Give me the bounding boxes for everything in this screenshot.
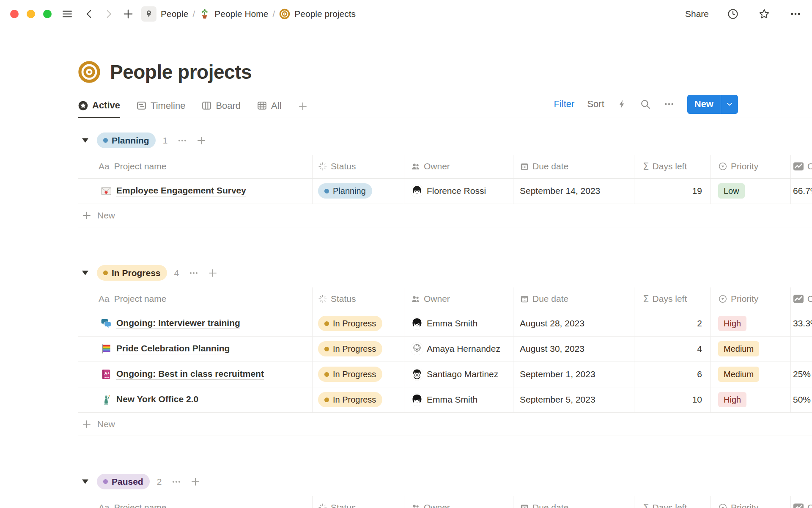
tab-all[interactable]: All (257, 100, 281, 118)
group-status-pill[interactable]: Planning (97, 133, 156, 148)
project-name-link[interactable]: New York Office 2.0 (116, 394, 198, 405)
share-button[interactable]: Share (685, 9, 709, 19)
completion-cell[interactable]: 33.3% (791, 311, 812, 336)
status-cell[interactable]: Planning (313, 179, 404, 204)
updates-button[interactable] (726, 7, 740, 21)
priority-cell[interactable]: Medium (710, 337, 791, 362)
owner-cell[interactable]: Santiago Martinez (404, 362, 513, 387)
back-button[interactable] (82, 7, 96, 21)
table-row[interactable]: A+ Ongoing: Best in class recruitment In… (78, 362, 812, 387)
filter-button[interactable]: Filter (554, 99, 575, 110)
collapse-triangle-icon[interactable] (82, 138, 89, 143)
completion-cell[interactable]: 50% (791, 387, 812, 412)
column-header-due-date[interactable]: Due date (513, 287, 634, 311)
priority-cell[interactable]: Medium (710, 362, 791, 387)
column-header-priority[interactable]: Priority (710, 287, 791, 311)
owner-cell[interactable]: Emma Smith (404, 387, 513, 412)
completion-cell[interactable]: 25% (791, 362, 812, 387)
add-row-button[interactable]: New (78, 204, 812, 227)
page-title[interactable]: People projects (110, 61, 252, 83)
status-cell[interactable]: In Progress (313, 362, 404, 387)
column-header-status[interactable]: Status (313, 496, 404, 508)
due-date-cell[interactable]: September 1, 2023 (513, 362, 634, 387)
status-cell[interactable]: In Progress (313, 387, 404, 412)
project-name-link[interactable]: Ongoing: Best in class recruitment (116, 369, 264, 380)
column-header-days-left[interactable]: ΣDays left (634, 287, 710, 311)
project-name-cell[interactable]: Ongoing: Interviewer training (78, 311, 313, 336)
project-name-cell[interactable]: New York Office 2.0 (78, 387, 313, 412)
new-page-button[interactable] (121, 7, 135, 21)
owner-cell[interactable]: Emma Smith (404, 311, 513, 336)
due-date-cell[interactable]: September 14, 2023 (513, 179, 634, 204)
group-options-button[interactable] (189, 268, 199, 278)
table-row[interactable]: New York Office 2.0 In Progress Emma Smi… (78, 387, 812, 413)
favorite-button[interactable] (757, 7, 771, 21)
column-header-status[interactable]: Status (313, 155, 404, 178)
owner-cell[interactable]: Florence Rossi (404, 179, 513, 204)
column-header-project-name[interactable]: AaProject name (78, 287, 313, 311)
project-name-cell[interactable]: A+ Ongoing: Best in class recruitment (78, 362, 313, 387)
forward-button[interactable] (102, 7, 116, 21)
automations-button[interactable] (617, 99, 627, 109)
search-button[interactable] (640, 99, 651, 110)
sort-button[interactable]: Sort (587, 99, 604, 110)
group-add-button[interactable] (208, 268, 218, 278)
column-header-priority[interactable]: Priority (710, 155, 791, 178)
add-view-button[interactable] (298, 101, 308, 118)
tab-active[interactable]: Active (78, 100, 120, 118)
status-cell[interactable]: In Progress (313, 311, 404, 336)
tab-timeline[interactable]: Timeline (136, 100, 185, 118)
project-name-cell[interactable]: Employee Engagement Survey (78, 179, 313, 204)
add-row-button[interactable]: New (78, 413, 812, 436)
completion-cell[interactable] (791, 337, 812, 362)
tab-board[interactable]: Board (201, 100, 241, 118)
collapse-triangle-icon[interactable] (82, 479, 89, 484)
group-add-button[interactable] (190, 477, 200, 487)
priority-cell[interactable]: High (710, 387, 791, 412)
more-options-button[interactable] (788, 7, 803, 21)
column-header-owner[interactable]: Owner (404, 287, 513, 311)
group-status-pill[interactable]: In Progress (97, 265, 167, 281)
group-status-pill[interactable]: Paused (97, 474, 150, 489)
completion-cell[interactable]: 66.7% (791, 179, 812, 204)
column-header-completion[interactable]: C (791, 155, 812, 178)
column-header-priority[interactable]: Priority (710, 496, 791, 508)
days-left-cell[interactable]: 2 (634, 311, 710, 336)
column-header-days-left[interactable]: ΣDays left (634, 496, 710, 508)
project-name-link[interactable]: Pride Celebration Planning (116, 343, 230, 354)
column-header-completion[interactable]: C (791, 287, 812, 311)
project-name-cell[interactable]: Pride Celebration Planning (78, 337, 313, 362)
days-left-cell[interactable]: 6 (634, 362, 710, 387)
minimize-window-button[interactable] (27, 10, 35, 18)
days-left-cell[interactable]: 10 (634, 387, 710, 412)
column-header-due-date[interactable]: Due date (513, 496, 634, 508)
column-header-due-date[interactable]: Due date (513, 155, 634, 178)
table-row[interactable]: Pride Celebration Planning In Progress A… (78, 337, 812, 362)
group-add-button[interactable] (196, 135, 206, 146)
priority-cell[interactable]: High (710, 311, 791, 336)
due-date-cell[interactable]: August 30, 2023 (513, 337, 634, 362)
column-header-status[interactable]: Status (313, 287, 404, 311)
view-options-button[interactable] (664, 99, 675, 110)
project-name-link[interactable]: Employee Engagement Survey (116, 185, 246, 196)
sidebar-menu-button[interactable] (60, 7, 74, 21)
column-header-project-name[interactable]: AaProject name (78, 496, 313, 508)
column-header-owner[interactable]: Owner (404, 155, 513, 178)
column-header-project-name[interactable]: AaProject name (78, 155, 313, 178)
target-icon[interactable] (78, 61, 101, 83)
collapse-triangle-icon[interactable] (82, 270, 89, 276)
due-date-cell[interactable]: August 28, 2023 (513, 311, 634, 336)
owner-cell[interactable]: Amaya Hernandez (404, 337, 513, 362)
column-header-completion[interactable]: C (791, 496, 812, 508)
breadcrumb-item-people-projects[interactable]: People projects (279, 8, 356, 19)
table-row[interactable]: Employee Engagement Survey Planning Flor… (78, 179, 812, 204)
table-row[interactable]: Ongoing: Interviewer training In Progres… (78, 311, 812, 337)
due-date-cell[interactable]: September 5, 2023 (513, 387, 634, 412)
close-window-button[interactable] (10, 10, 19, 18)
new-dropdown-button[interactable] (721, 100, 738, 108)
project-name-link[interactable]: Ongoing: Interviewer training (116, 318, 240, 329)
status-cell[interactable]: In Progress (313, 337, 404, 362)
column-header-owner[interactable]: Owner (404, 496, 513, 508)
new-button[interactable]: New (687, 95, 738, 114)
priority-cell[interactable]: Low (710, 179, 791, 204)
